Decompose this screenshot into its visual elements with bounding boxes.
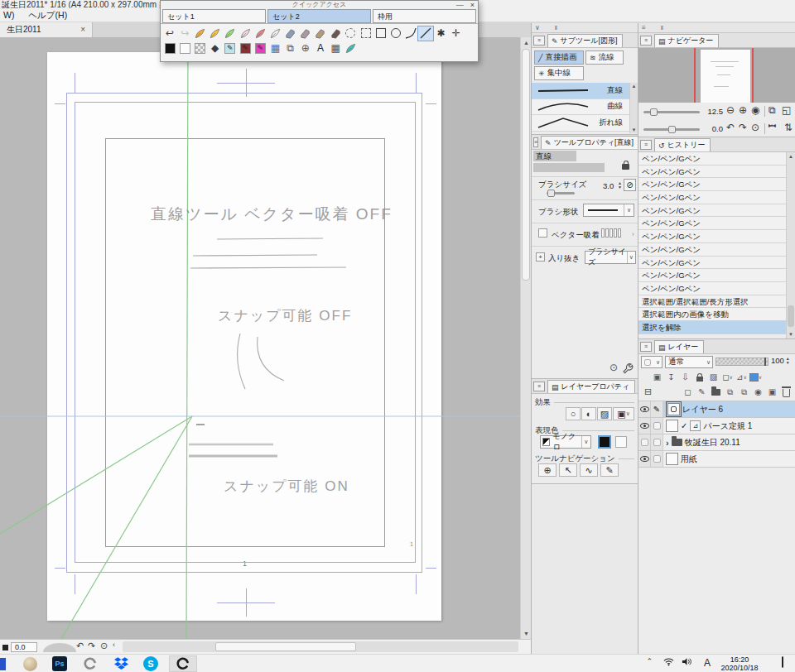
layer-main[interactable]: ›牧誕生日 20.11	[663, 434, 795, 450]
layer-property-tab[interactable]: ▤レイヤープロパティ	[547, 380, 635, 393]
scroll-left-icon[interactable]: ‹	[113, 641, 115, 649]
new-folder-icon[interactable]	[709, 386, 723, 398]
history-scrollbar[interactable]: ▲ ▼	[786, 152, 795, 338]
redo-icon[interactable]: ↪	[177, 26, 192, 41]
new-raster-layer-icon[interactable]: ◻	[681, 386, 695, 398]
layer-row[interactable]: ✎レイヤー 6	[638, 401, 795, 418]
reset-all-icon[interactable]: ⊙	[610, 362, 618, 373]
enable-mask-icon[interactable]: ◻∨	[720, 371, 735, 383]
menu-help[interactable]: ヘルプ(H)	[28, 10, 67, 20]
object-tool-icon[interactable]: ↖	[559, 463, 577, 477]
history-item[interactable]: 選択範囲/選択範囲/長方形選択	[638, 295, 786, 309]
panel-menu-icon[interactable]: ≡	[640, 342, 652, 352]
panel-menu-icon[interactable]: ≡	[533, 382, 545, 391]
rotate-ccw-icon[interactable]: ↶	[76, 641, 84, 651]
black-draw-color-swatch[interactable]	[598, 435, 611, 449]
layer-checkbox[interactable]	[653, 422, 661, 430]
rotate-ccw-icon[interactable]: ↶	[726, 122, 735, 133]
pen-green-icon[interactable]	[223, 26, 238, 41]
layer-checkbox[interactable]	[653, 439, 661, 446]
layer-check-cell[interactable]	[651, 434, 663, 450]
delete-layer-icon[interactable]	[779, 386, 793, 398]
layer-main[interactable]: 用紙	[663, 451, 795, 467]
flip-horizontal-icon[interactable]: ▸▪◂	[768, 122, 775, 129]
scroll-down-icon[interactable]: ▼	[787, 332, 795, 337]
expression-color-dropdown[interactable]: モノクロ ∨	[540, 435, 591, 449]
penbox-magenta-icon[interactable]: ✎	[253, 41, 267, 55]
clip-below-icon[interactable]: ▣	[650, 371, 664, 383]
navigator-preview[interactable]	[638, 48, 795, 103]
layer-check-cell[interactable]	[651, 451, 663, 467]
quick-access-tab-frame[interactable]: 枠用	[373, 9, 476, 23]
ellipse-tool-icon[interactable]	[388, 26, 403, 41]
material-table-icon[interactable]: ▦	[267, 41, 282, 55]
lock-icon[interactable]	[622, 164, 629, 170]
layer-check-cell[interactable]	[651, 418, 663, 434]
vector-snap-checkbox[interactable]	[538, 228, 547, 238]
scroll-up-icon[interactable]: ▲	[630, 83, 638, 89]
wifi-icon[interactable]	[663, 657, 674, 668]
pen-pink-icon[interactable]	[238, 26, 253, 41]
layer-visibility-cell[interactable]	[638, 451, 651, 467]
border-effect-icon[interactable]: ○	[566, 407, 581, 420]
history-item[interactable]: 選択を解除	[638, 321, 786, 334]
subtool-item[interactable]: 曲線	[532, 99, 629, 116]
duplicate-layer-icon[interactable]: ⧉	[737, 386, 751, 398]
quick-access-tab-set2[interactable]: セット2	[267, 9, 371, 23]
halftone-effect-icon[interactable]: ▨	[597, 407, 612, 420]
layer-checkbox[interactable]	[653, 455, 661, 463]
rectangle-tool-icon[interactable]	[373, 26, 388, 41]
rect-marquee-icon[interactable]	[358, 26, 373, 41]
fill-tool-icon[interactable]: ◆	[208, 41, 223, 55]
zoom-out-icon[interactable]: ⊖	[726, 104, 735, 116]
taskbar-clip-studio-icon[interactable]	[83, 656, 98, 671]
tray-clock[interactable]: 16:20 2020/10/18	[716, 655, 764, 672]
subtool-scrollbar[interactable]: ▲▼	[629, 83, 638, 133]
zoom-tool-icon[interactable]: ⊕	[538, 463, 556, 477]
vertical-scrollbar-thumb[interactable]	[522, 49, 530, 281]
layer-mask-icon[interactable]: ◉	[751, 386, 765, 398]
navigator-tab[interactable]: ▤ナビゲーター	[654, 34, 719, 47]
snap-globe-icon[interactable]: ⊕	[298, 41, 313, 55]
opacity-value-box[interactable]: 100▲▼	[771, 356, 790, 365]
eraser-mauve-icon[interactable]	[298, 26, 313, 41]
lock-layer-icon[interactable]	[692, 371, 706, 383]
panel-menu-icon[interactable]: ≡	[533, 36, 545, 46]
fit-to-screen-icon[interactable]: ⧉	[768, 104, 776, 116]
quick-access-window[interactable]: クイックアクセス — × セット1 セット2 枠用 ↩↪✱✛ ◆✎✎✎▦⧉⊕A▦	[160, 0, 479, 62]
quick-access-tab-set1[interactable]: セット1	[162, 9, 266, 23]
new-vector-layer-icon[interactable]: ✎	[695, 386, 709, 398]
reset-rotation-icon[interactable]: ⊙	[100, 641, 108, 651]
history-item[interactable]: ペン/ペン/Gペン	[638, 166, 786, 179]
pen-red-icon[interactable]	[253, 26, 267, 41]
layer-panel-tab[interactable]: ▤レイヤー	[654, 340, 704, 353]
subtool-panel-tab[interactable]: ✎サブツール[図形]	[547, 34, 623, 47]
layer-color-icon[interactable]: ∨	[749, 371, 763, 383]
minimize-icon[interactable]: —	[456, 1, 464, 9]
vector-edit-icon[interactable]: ∿	[580, 463, 598, 477]
history-scrollbar-thumb[interactable]	[788, 305, 794, 327]
in-out-dropdown[interactable]: ブラシサイズ ∨	[585, 251, 636, 264]
expand-arrow-icon[interactable]: ›	[632, 229, 634, 238]
eraser-brown-icon[interactable]	[328, 26, 343, 41]
brush-size-value[interactable]: 3.0	[603, 181, 614, 190]
rotate-cw-icon[interactable]: ↷	[88, 641, 95, 651]
text-tool-icon[interactable]: A	[313, 41, 328, 55]
zoom-in-icon[interactable]: ⊕	[739, 104, 747, 116]
canvas-page[interactable]: 1 1	[47, 52, 441, 621]
expand-arrow-icon[interactable]: ›	[666, 438, 669, 448]
history-item[interactable]: ペン/ペン/Gペン	[638, 269, 786, 282]
expand-plus-icon[interactable]: +	[536, 252, 545, 262]
draft-layer-icon[interactable]: ⇩	[678, 371, 692, 383]
action-center-icon[interactable]	[782, 657, 783, 667]
eraser-bluegray-icon[interactable]	[283, 26, 298, 41]
subtool-group-saturated-lines[interactable]: ✳集中線	[534, 66, 584, 80]
undo-icon[interactable]: ↩	[162, 26, 177, 41]
pen-pale-icon[interactable]	[267, 26, 282, 41]
layer-visibility-cell[interactable]	[638, 434, 651, 450]
lasso-select-icon[interactable]	[343, 26, 358, 41]
ruler-range-icon[interactable]: ⊿∨	[735, 371, 749, 383]
volume-icon[interactable]	[682, 657, 692, 668]
taskbar-app-circle-icon[interactable]	[22, 656, 37, 671]
pen-teal-icon[interactable]	[343, 41, 358, 55]
